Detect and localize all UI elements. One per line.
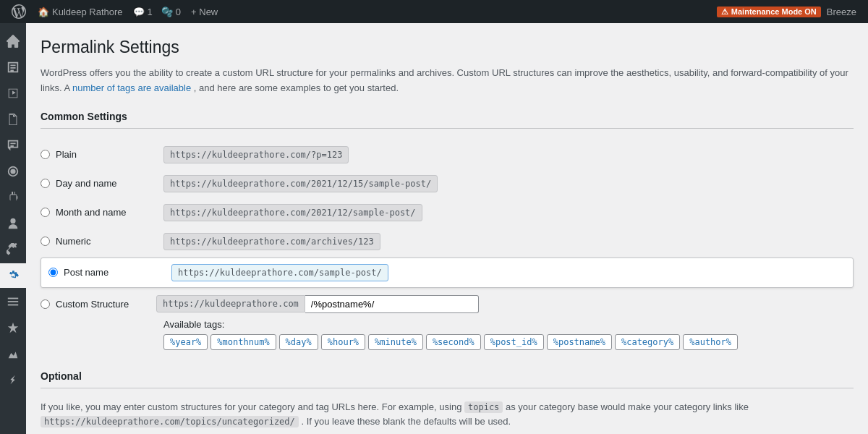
plain-label[interactable]: Plain: [41, 149, 156, 160]
option-day-name: Day and name https://kuldeeprathore.com/…: [41, 169, 854, 198]
optional-desc-code: topics: [464, 401, 503, 413]
option-custom: Custom Structure https://kuldeeprathore.…: [41, 289, 854, 356]
tag-postname[interactable]: %postname%: [547, 334, 612, 350]
breeze-label: Breeze: [827, 7, 856, 17]
optional-title: Optional: [41, 370, 854, 388]
comments-count-bar[interactable]: 💬 1: [129, 7, 157, 17]
month-name-radio[interactable]: [41, 208, 50, 217]
custom-base-url: https://kuldeeprathore.com: [156, 295, 305, 312]
tags-link[interactable]: number of tags are available: [72, 82, 191, 93]
sidebar-item-posts[interactable]: [0, 55, 26, 80]
optional-desc-end: . If you leave these blank the defaults …: [301, 416, 511, 427]
option-numeric: Numeric https://kuldeeprathore.com/archi…: [41, 227, 854, 256]
admin-sidebar: [0, 23, 26, 434]
alert-icon: ⚠: [721, 7, 728, 17]
custom-label[interactable]: Custom Structure: [41, 299, 156, 310]
description-end: , and here are some examples to get you …: [194, 82, 399, 93]
tag-day[interactable]: %day%: [279, 334, 318, 350]
main-content: Permalink Settings WordPress offers you …: [26, 23, 868, 434]
plain-url: https://kuldeeprathore.com/?p=123: [163, 146, 349, 163]
optional-desc-mid: as your category base would make your ca…: [506, 401, 749, 412]
numeric-radio[interactable]: [41, 237, 50, 246]
tag-year[interactable]: %year%: [163, 334, 208, 350]
bubble-count-bar[interactable]: 🫧 0: [157, 7, 185, 17]
svg-rect-1: [8, 301, 18, 302]
sidebar-item-dashboard[interactable]: [0, 29, 26, 54]
post-name-url: https://kuldeeprathore.com/sample-post/: [171, 264, 388, 281]
new-button[interactable]: + New: [185, 7, 224, 17]
month-name-url: https://kuldeeprathore.com/2021/12/sampl…: [163, 204, 422, 221]
day-name-label[interactable]: Day and name: [41, 178, 156, 189]
plain-text: Plain: [56, 149, 77, 160]
sidebar-item-appearance[interactable]: [0, 159, 26, 184]
optional-desc-start: If you like, you may enter custom struct…: [41, 401, 464, 412]
day-name-url: https://kuldeeprathore.com/2021/12/15/sa…: [163, 175, 438, 192]
wp-logo[interactable]: [6, 0, 32, 23]
tag-minute[interactable]: %minute%: [368, 334, 423, 350]
available-tags-label: Available tags:: [163, 319, 738, 330]
breeze-menu[interactable]: Breeze: [821, 0, 862, 23]
maintenance-badge[interactable]: ⚠ Maintenance Mode ON: [717, 7, 821, 17]
comment-icon: 💬: [133, 7, 145, 17]
comments-number: 1: [148, 7, 153, 17]
custom-top: Custom Structure https://kuldeeprathore.…: [41, 295, 479, 313]
tag-author[interactable]: %author%: [683, 334, 738, 350]
plain-radio[interactable]: [41, 150, 50, 159]
site-name-bar[interactable]: 🏠 Kuldeep Rathore: [32, 0, 129, 23]
svg-rect-0: [8, 298, 18, 299]
post-name-text: Post name: [64, 267, 109, 278]
new-label: + New: [191, 7, 218, 17]
option-plain: Plain https://kuldeeprathore.com/?p=123: [41, 140, 854, 169]
sidebar-item-plugins[interactable]: [0, 185, 26, 210]
page-title: Permalink Settings: [41, 38, 854, 57]
tag-second[interactable]: %second%: [426, 334, 481, 350]
sidebar-item-pages[interactable]: [0, 107, 26, 132]
bubble-icon: 🫧: [161, 7, 173, 17]
admin-bar: 🏠 Kuldeep Rathore 💬 1 🫧 0 + New ⚠ Mainte…: [0, 0, 868, 23]
custom-text: Custom Structure: [56, 299, 129, 310]
sidebar-item-media[interactable]: [0, 81, 26, 106]
sidebar-item-tools[interactable]: [0, 237, 26, 262]
svg-rect-2: [8, 305, 18, 306]
layout: Permalink Settings WordPress offers you …: [0, 23, 868, 434]
sidebar-item-users[interactable]: [0, 211, 26, 236]
site-name-label: Kuldeep Rathore: [52, 7, 123, 17]
custom-inputs: https://kuldeeprathore.com: [156, 295, 479, 313]
numeric-text: Numeric: [56, 236, 90, 247]
custom-structure-field[interactable]: [305, 295, 479, 313]
month-name-label[interactable]: Month and name: [41, 207, 156, 218]
sidebar-item-extra2[interactable]: [0, 315, 26, 340]
post-name-radio[interactable]: [48, 268, 58, 277]
option-month-name: Month and name https://kuldeeprathore.co…: [41, 198, 854, 227]
permalink-options: Plain https://kuldeeprathore.com/?p=123 …: [41, 140, 854, 356]
bubble-number: 0: [176, 7, 181, 17]
maintenance-label: Maintenance Mode ON: [731, 7, 817, 16]
tag-post-id[interactable]: %post_id%: [484, 334, 544, 350]
optional-section: Optional If you like, you may enter cust…: [41, 370, 854, 434]
sidebar-item-comments[interactable]: [0, 133, 26, 158]
day-name-text: Day and name: [56, 178, 117, 189]
tag-category[interactable]: %category%: [615, 334, 680, 350]
house-icon: 🏠: [38, 7, 49, 17]
option-post-name: Post name https://kuldeeprathore.com/sam…: [41, 258, 854, 288]
tag-hour[interactable]: %hour%: [321, 334, 365, 350]
optional-desc-url: https://kuldeeprathore.com/topics/uncate…: [41, 416, 299, 427]
tags-list: %year% %monthnum% %day% %hour% %minute% …: [163, 334, 738, 350]
optional-description: If you like, you may enter custom struct…: [41, 400, 854, 430]
common-settings-title: Common Settings: [41, 111, 854, 129]
post-name-label[interactable]: Post name: [48, 267, 164, 278]
numeric-url: https://kuldeeprathore.com/archives/123: [163, 233, 380, 250]
numeric-label[interactable]: Numeric: [41, 236, 156, 247]
custom-radio[interactable]: [41, 299, 50, 309]
sidebar-item-settings[interactable]: [0, 263, 26, 288]
sidebar-item-extra3[interactable]: [0, 341, 26, 366]
page-description: WordPress offers you the ability to crea…: [41, 66, 854, 96]
tag-monthnum[interactable]: %monthnum%: [210, 334, 276, 350]
month-name-text: Month and name: [56, 207, 127, 218]
available-tags-section: Available tags: %year% %monthnum% %day% …: [163, 319, 738, 350]
sidebar-item-extra1[interactable]: [0, 289, 26, 314]
sidebar-item-extra4[interactable]: [0, 367, 26, 392]
day-name-radio[interactable]: [41, 179, 50, 188]
